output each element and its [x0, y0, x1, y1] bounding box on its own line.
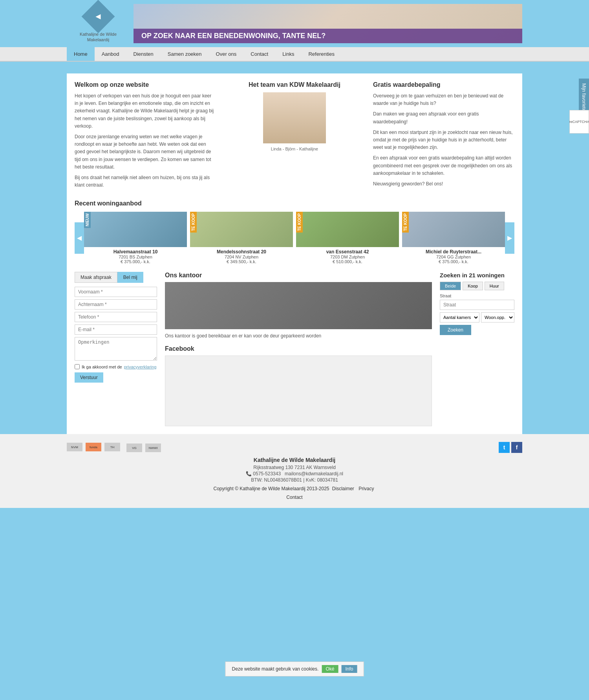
property-carousel: ◀ NIEUW Halvemaanstraat 10 7201 BS Zutph… — [75, 212, 514, 264]
nwwi-logo: NWWI — [145, 443, 161, 452]
property-price-2: € 510.000,- k.k. — [296, 259, 399, 264]
team-column: Het team van KDW Makelaardij Linda - Bjö… — [224, 81, 365, 192]
facebook-widget — [165, 355, 432, 426]
property-img-0: NIEUW — [84, 212, 187, 247]
form-tabs: Maak afspraak Bel mij — [75, 272, 157, 283]
property-name-1: Mendelssohnstraat 20 — [190, 249, 293, 255]
property-img-3: TE KOOP — [402, 212, 505, 247]
property-city-2: 7203 DM Zutphen — [296, 255, 399, 259]
facebook-title: Facebook — [165, 345, 432, 352]
footer-copyright: Copyright © Kathalijne de Wilde Makelaar… — [213, 486, 329, 491]
property-price-1: € 349.500,- k.k. — [190, 259, 293, 264]
verstuur-button[interactable]: Verstuur — [75, 372, 103, 383]
property-img-bg-3 — [402, 212, 505, 247]
welcome-p1: Het kopen of verkopen van een huis doe j… — [75, 92, 216, 130]
facebook-icon[interactable]: f — [511, 442, 522, 453]
telefoon-group — [75, 312, 157, 322]
woonopp-select[interactable]: Woon.opp. — [481, 312, 514, 323]
footer-links: Copyright © Kathalijne de Wilde Makelaar… — [67, 486, 522, 491]
property-img-bg-0 — [84, 212, 187, 247]
welcome-title: Welkom op onze website — [75, 81, 216, 88]
footer-disclaimer-link[interactable]: Disclaimer — [332, 486, 354, 491]
footer-company: Kathalijne de Wilde Makelaardij — [67, 457, 522, 463]
office-photo — [165, 282, 432, 329]
nav-home[interactable]: Home — [67, 47, 95, 61]
nav-referenties[interactable]: Referenties — [301, 47, 341, 61]
achternaam-group — [75, 299, 157, 310]
property-badge-1: TE KOOP — [190, 212, 197, 233]
search-tab-huur[interactable]: Huur — [485, 282, 504, 290]
bottom-section: Maak afspraak Bel mij Ik ga akkoord met … — [75, 272, 514, 426]
footer-privacy-link[interactable]: Privacy — [359, 486, 374, 491]
tab-bel[interactable]: Bel mij — [117, 272, 143, 283]
logo-diamond: ◄ — [82, 0, 115, 33]
property-card-0[interactable]: NIEUW Halvemaanstraat 10 7201 BS Zutphen… — [84, 212, 187, 264]
privacy-checkbox-group: Ik ga akkoord met de privacyverklaring — [75, 364, 157, 369]
gratis-p5: Nieuwsgierig geworden? Bel ons! — [373, 180, 514, 188]
footer-social: t f — [499, 442, 522, 453]
property-img-1: TE KOOP — [190, 212, 293, 247]
property-badge-2: TE KOOP — [296, 212, 303, 233]
welcome-column: Welkom op onze website Het kopen of verk… — [75, 81, 216, 192]
office-title: Ons kantoor — [165, 272, 432, 279]
achternaam-input[interactable] — [75, 299, 157, 310]
nav-links[interactable]: Links — [275, 47, 301, 61]
opmerkingen-textarea[interactable] — [75, 337, 157, 361]
privacyverklaring-link[interactable]: privacyverklaring — [124, 365, 157, 369]
hero-text: OP ZOEK NAAR EEN BENEDENWONING, TANTE NE… — [134, 29, 522, 43]
welcome-p2: Door onze jarenlange ervaring weten we m… — [75, 133, 216, 171]
property-card-2[interactable]: TE KOOP van Essenstraat 42 7203 DM Zutph… — [296, 212, 399, 264]
vastgoed-logo: VG — [126, 443, 142, 452]
carousel-next-button[interactable]: ▶ — [505, 222, 514, 254]
telefoon-input[interactable] — [75, 312, 157, 322]
team-title: Het team van KDW Makelaardij — [224, 81, 365, 88]
gratis-p2: Dan maken we graag een afspraak voor een… — [373, 110, 514, 125]
office-section: Ons kantoor Ons kantoor is goed bereikba… — [161, 272, 436, 426]
nav-aanbod[interactable]: Aanbod — [95, 47, 126, 61]
property-price-3: € 375.000,- k.k. — [402, 259, 505, 264]
talenthuis-logo: TH — [104, 443, 120, 451]
email-input[interactable] — [75, 324, 157, 335]
footer-contact-link[interactable]: Contact — [286, 495, 302, 500]
nav-diensten[interactable]: Diensten — [126, 47, 161, 61]
property-name-0: Halvemaanstraat 10 — [84, 249, 187, 255]
footer-contact-link-wrap: Contact — [67, 495, 522, 500]
funda-logo: funda — [86, 443, 101, 451]
twitter-icon[interactable]: t — [499, 442, 510, 453]
logo-icon: ◄ — [94, 11, 102, 22]
property-name-3: Michiel de Ruyterstraat... — [402, 249, 505, 255]
nav-samen-zoeken[interactable]: Samen zoeken — [161, 47, 209, 61]
search-tab-beide[interactable]: Beide — [440, 282, 461, 290]
voornaam-input[interactable] — [75, 287, 157, 297]
tab-afspraak[interactable]: Maak afspraak — [75, 272, 117, 283]
kamers-select[interactable]: Aantal kamers — [440, 312, 479, 323]
nav-over-ons[interactable]: Over ons — [209, 47, 244, 61]
property-list: NIEUW Halvemaanstraat 10 7201 BS Zutphen… — [84, 212, 505, 264]
search-tabs: Beide Koop Huur — [440, 282, 514, 290]
recaptcha-widget: reCAPTCHA — [569, 110, 589, 134]
property-card-1[interactable]: TE KOOP Mendelssohnstraat 20 7204 NV Zut… — [190, 212, 293, 264]
nvm-logo: NVM — [67, 443, 82, 451]
nav-contact[interactable]: Contact — [243, 47, 275, 61]
property-img-bg-2 — [296, 212, 399, 247]
checkbox-text: Ik ga akkoord met de — [82, 365, 122, 369]
privacy-checkbox[interactable] — [75, 364, 80, 369]
footer-btw: BTW: NL004836078B01 | KvK: 08034781 — [67, 477, 522, 483]
property-card-3[interactable]: TE KOOP Michiel de Ruyterstraat... 7204 … — [402, 212, 505, 264]
search-title: Zoeken in 21 woningen — [440, 272, 514, 279]
zoeken-button[interactable]: Zoeken — [440, 325, 471, 335]
carousel-prev-button[interactable]: ◀ — [75, 222, 84, 254]
search-tab-koop[interactable]: Koop — [463, 282, 483, 290]
property-badge-0: NIEUW — [84, 212, 91, 228]
footer-main: Kathalijne de Wilde Makelaardij Rijksstr… — [67, 453, 522, 500]
straat-row — [440, 300, 514, 310]
team-photo-placeholder — [263, 92, 326, 143]
office-description: Ons kantoor is goed bereikbaar en er kan… — [165, 332, 432, 339]
footer-logos: NVM funda TH VG NWWI — [67, 442, 161, 452]
recent-section: Recent woningaanbod ◀ NIEUW Halvemaanstr… — [75, 200, 514, 264]
footer-address: Rijksstraatweg 130 7231 AK Warnsveld — [67, 465, 522, 470]
property-city-3: 7204 GG Zutphen — [402, 255, 505, 259]
team-photo — [263, 92, 326, 143]
straat-input[interactable] — [440, 300, 514, 310]
gratis-p1: Overweeg je om te gaan verhuizen en ben … — [373, 92, 514, 107]
